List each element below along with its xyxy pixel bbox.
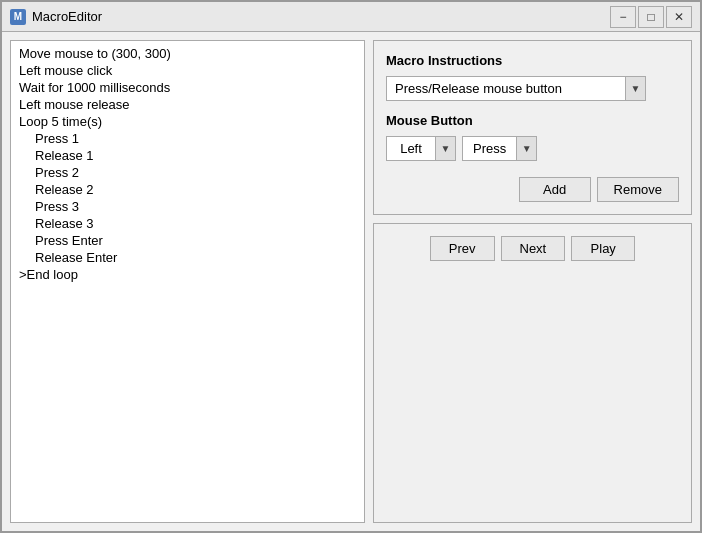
left-button-group: Left ▼: [386, 136, 456, 161]
window-title: MacroEditor: [32, 9, 610, 24]
main-window: M MacroEditor − □ ✕ Move mouse to (300, …: [0, 0, 702, 533]
instruction-dropdown-wrapper: Press/Release mouse button ▼: [386, 76, 646, 101]
title-bar: M MacroEditor − □ ✕: [2, 2, 700, 32]
list-item[interactable]: Release 2: [15, 181, 360, 198]
list-item[interactable]: Release Enter: [15, 249, 360, 266]
play-button[interactable]: Play: [571, 236, 635, 261]
list-item[interactable]: Wait for 1000 milliseconds: [15, 79, 360, 96]
press-option-text: Press: [462, 136, 517, 161]
mouse-button-label: Mouse Button: [386, 113, 679, 128]
main-content: Move mouse to (300, 300)Left mouse click…: [2, 32, 700, 531]
window-controls: − □ ✕: [610, 6, 692, 28]
maximize-button[interactable]: □: [638, 6, 664, 28]
mouse-button-row: Left ▼ Press ▼: [386, 136, 679, 161]
press-dropdown-arrow[interactable]: ▼: [517, 136, 537, 161]
close-button[interactable]: ✕: [666, 6, 692, 28]
next-button[interactable]: Next: [501, 236, 566, 261]
nav-box: Prev Next Play: [373, 223, 692, 523]
list-item[interactable]: Loop 5 time(s): [15, 113, 360, 130]
left-option-text: Left: [386, 136, 436, 161]
list-item[interactable]: Release 3: [15, 215, 360, 232]
press-button-group: Press ▼: [462, 136, 537, 161]
macro-instructions-box: Macro Instructions Press/Release mouse b…: [373, 40, 692, 215]
macro-instructions-label: Macro Instructions: [386, 53, 679, 68]
list-item[interactable]: Press 1: [15, 130, 360, 147]
minimize-button[interactable]: −: [610, 6, 636, 28]
nav-buttons: Prev Next Play: [386, 236, 679, 261]
add-button[interactable]: Add: [519, 177, 591, 202]
remove-button[interactable]: Remove: [597, 177, 679, 202]
macro-list-panel[interactable]: Move mouse to (300, 300)Left mouse click…: [10, 40, 365, 523]
action-buttons: Add Remove: [386, 177, 679, 202]
list-item[interactable]: Left mouse click: [15, 62, 360, 79]
list-item[interactable]: Press Enter: [15, 232, 360, 249]
instruction-dropdown-row: Press/Release mouse button ▼: [386, 76, 679, 101]
list-item[interactable]: Move mouse to (300, 300): [15, 45, 360, 62]
left-dropdown-arrow[interactable]: ▼: [436, 136, 456, 161]
right-panel: Macro Instructions Press/Release mouse b…: [373, 40, 692, 523]
app-icon: M: [10, 9, 26, 25]
list-item[interactable]: >End loop: [15, 266, 360, 283]
list-item[interactable]: Left mouse release: [15, 96, 360, 113]
list-item[interactable]: Press 3: [15, 198, 360, 215]
list-item[interactable]: Press 2: [15, 164, 360, 181]
instruction-dropdown-arrow[interactable]: ▼: [626, 76, 646, 101]
instruction-selected: Press/Release mouse button: [386, 76, 626, 101]
list-item[interactable]: Release 1: [15, 147, 360, 164]
prev-button[interactable]: Prev: [430, 236, 495, 261]
